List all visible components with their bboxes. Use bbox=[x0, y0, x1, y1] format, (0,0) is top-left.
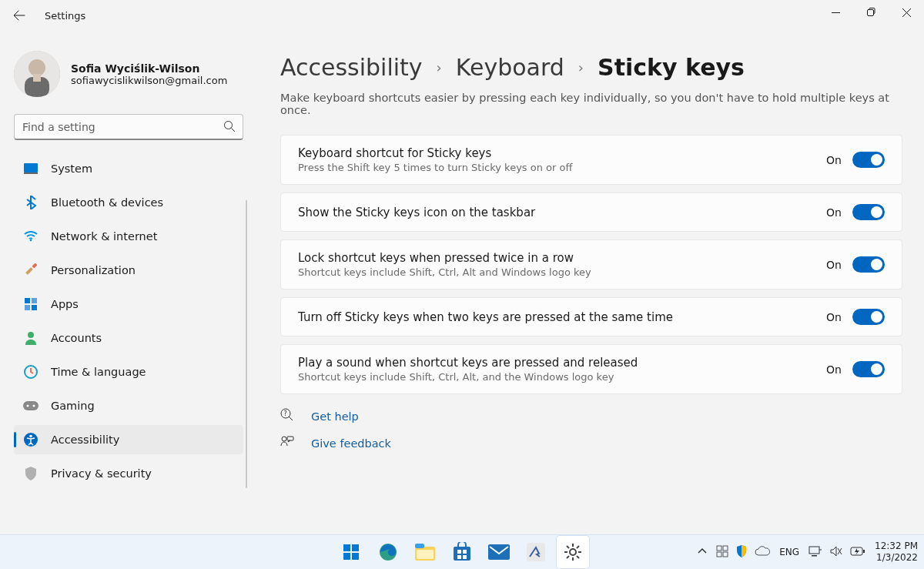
svg-rect-53 bbox=[723, 546, 728, 551]
svg-rect-1 bbox=[868, 10, 874, 16]
svg-point-10 bbox=[30, 239, 32, 242]
avatar bbox=[14, 51, 60, 97]
svg-text:?: ? bbox=[284, 410, 287, 417]
system-tray: ENG 12:32 PM 1/3/2022 bbox=[698, 541, 918, 564]
toggle-lock[interactable] bbox=[852, 256, 885, 273]
toggle-turn-off[interactable] bbox=[852, 309, 885, 325]
breadcrumb: Accessibility › Keyboard › Sticky keys bbox=[280, 54, 902, 81]
nav-gaming[interactable]: Gaming bbox=[14, 391, 243, 420]
setting-title: Play a sound when shortcut keys are pres… bbox=[298, 356, 811, 370]
taskbar-app[interactable] bbox=[520, 536, 552, 568]
feedback-icon bbox=[280, 435, 296, 451]
svg-rect-12 bbox=[25, 267, 33, 275]
tray-icon[interactable] bbox=[716, 545, 728, 560]
shield-icon bbox=[23, 466, 38, 481]
tray-security-icon[interactable] bbox=[736, 545, 747, 560]
apps-icon bbox=[23, 296, 38, 312]
toggle-state-label: On bbox=[826, 259, 842, 271]
sidebar-scrollbar-thumb[interactable] bbox=[246, 200, 247, 488]
taskbar-explorer[interactable] bbox=[409, 536, 441, 568]
clock-icon bbox=[23, 364, 38, 380]
svg-line-50 bbox=[567, 556, 569, 558]
setting-row-taskbar-icon: Show the Sticky keys icon on the taskbar… bbox=[280, 192, 902, 232]
gaming-icon bbox=[23, 398, 38, 413]
tray-language[interactable]: ENG bbox=[779, 547, 799, 557]
nav-label: Accessibility bbox=[51, 433, 119, 446]
get-help-link[interactable]: ? Get help bbox=[280, 408, 902, 424]
give-feedback-link[interactable]: Give feedback bbox=[280, 435, 902, 451]
minimize-button[interactable] bbox=[818, 0, 853, 25]
page-description: Make keyboard shortcuts easier by pressi… bbox=[280, 92, 902, 116]
link-label: Give feedback bbox=[311, 437, 391, 450]
user-name: Sofia Wyciślik-Wilson bbox=[71, 62, 227, 75]
nav-accounts[interactable]: Accounts bbox=[14, 323, 243, 353]
nav-label: Bluetooth & devices bbox=[51, 196, 163, 209]
breadcrumb-accessibility[interactable]: Accessibility bbox=[280, 54, 423, 81]
tray-network-icon[interactable] bbox=[808, 546, 822, 559]
system-icon bbox=[23, 161, 38, 176]
svg-rect-31 bbox=[352, 553, 359, 560]
svg-rect-55 bbox=[723, 552, 728, 557]
tray-battery-icon[interactable] bbox=[850, 547, 865, 558]
window-title: Settings bbox=[45, 10, 85, 22]
account-icon bbox=[23, 330, 38, 346]
nav-network[interactable]: Network & internet bbox=[14, 222, 243, 251]
nav-label: Accounts bbox=[51, 332, 102, 344]
nav-accessibility[interactable]: Accessibility bbox=[14, 425, 243, 454]
nav-label: Personalization bbox=[51, 264, 136, 276]
search-icon bbox=[223, 120, 236, 136]
user-profile[interactable]: Sofia Wyciślik-Wilson sofiawycislikwilso… bbox=[14, 51, 246, 97]
svg-rect-11 bbox=[32, 263, 37, 269]
toggle-shortcut[interactable] bbox=[852, 152, 885, 168]
svg-rect-27 bbox=[287, 437, 293, 440]
tray-volume-icon[interactable] bbox=[830, 546, 842, 559]
tray-clock[interactable]: 12:32 PM 1/3/2022 bbox=[875, 541, 918, 564]
paint-icon bbox=[23, 263, 38, 278]
svg-line-7 bbox=[232, 129, 236, 132]
svg-rect-30 bbox=[343, 553, 350, 560]
svg-rect-40 bbox=[463, 555, 467, 559]
svg-point-43 bbox=[570, 549, 576, 555]
svg-rect-16 bbox=[32, 305, 37, 310]
setting-row-lock: Lock shortcut keys when pressed twice in… bbox=[280, 239, 902, 290]
svg-rect-39 bbox=[457, 555, 461, 559]
nav-label: Gaming bbox=[51, 400, 95, 412]
breadcrumb-keyboard[interactable]: Keyboard bbox=[456, 54, 564, 81]
close-button[interactable] bbox=[889, 0, 924, 25]
taskbar-settings[interactable] bbox=[557, 536, 589, 568]
toggle-state-label: On bbox=[826, 206, 842, 219]
arrow-left-icon bbox=[13, 9, 25, 22]
svg-point-26 bbox=[282, 437, 286, 441]
toggle-state-label: On bbox=[826, 311, 842, 323]
nav-personalization[interactable]: Personalization bbox=[14, 256, 243, 285]
taskbar-store[interactable] bbox=[446, 536, 478, 568]
tray-overflow[interactable] bbox=[698, 547, 707, 558]
search-input[interactable] bbox=[14, 114, 243, 140]
nav-label: Apps bbox=[51, 298, 79, 310]
nav-apps[interactable]: Apps bbox=[14, 290, 243, 319]
tray-time: 12:32 PM bbox=[875, 541, 918, 552]
back-button[interactable] bbox=[6, 2, 32, 28]
svg-rect-34 bbox=[415, 544, 424, 548]
taskbar-edge[interactable] bbox=[372, 536, 404, 568]
nav-bluetooth[interactable]: Bluetooth & devices bbox=[14, 188, 243, 217]
start-button[interactable] bbox=[335, 536, 367, 568]
nav-privacy[interactable]: Privacy & security bbox=[14, 459, 243, 488]
svg-rect-9 bbox=[24, 172, 38, 174]
nav-system[interactable]: System bbox=[14, 154, 243, 183]
svg-rect-28 bbox=[343, 544, 350, 551]
maximize-button[interactable] bbox=[853, 0, 889, 25]
taskbar-mail[interactable] bbox=[483, 536, 515, 568]
svg-rect-29 bbox=[352, 544, 359, 551]
toggle-sound[interactable] bbox=[852, 361, 885, 377]
tray-onedrive-icon[interactable] bbox=[755, 546, 770, 558]
svg-rect-14 bbox=[32, 298, 37, 303]
toggle-state-label: On bbox=[826, 154, 842, 166]
svg-point-21 bbox=[33, 405, 35, 407]
toggle-taskbar-icon[interactable] bbox=[852, 204, 885, 220]
setting-title: Lock shortcut keys when pressed twice in… bbox=[298, 251, 811, 265]
nav-time[interactable]: Time & language bbox=[14, 357, 243, 387]
setting-subtitle: Shortcut keys include Shift, Ctrl, Alt, … bbox=[298, 371, 811, 383]
settings-window: Settings Sofia Wyciślik-Wilson sofiawyci… bbox=[0, 0, 924, 534]
svg-rect-15 bbox=[25, 305, 30, 310]
